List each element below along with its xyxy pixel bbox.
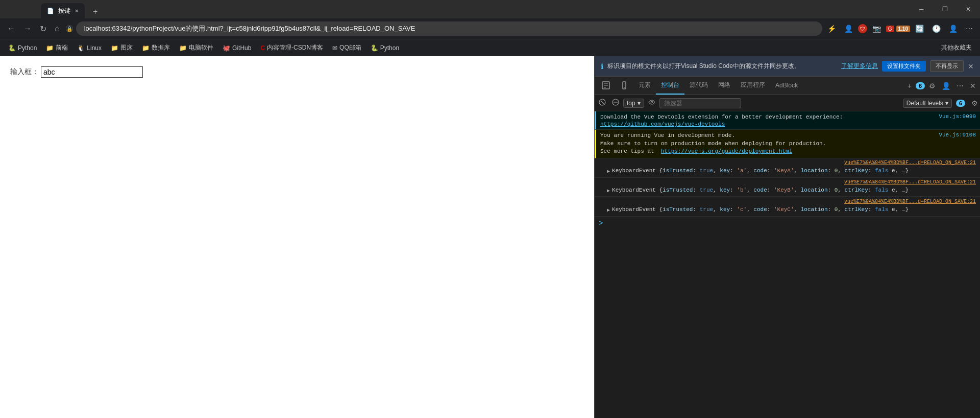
back-btn[interactable]: ←	[4, 22, 18, 35]
info-banner-text: 标识项目的根文件夹以打开Visual Studio Code中的源文件并同步更改…	[607, 62, 837, 71]
input-label: 输入框：	[10, 67, 39, 77]
page-content: 输入框：	[0, 56, 594, 418]
extension-badge[interactable]: 1.10	[896, 26, 910, 32]
devtools-tabs: 元素 控制台 源代码 网络 应用程序 AdBlock + 6 ⚙ 👤	[595, 77, 980, 95]
tab-elements[interactable]: 元素	[633, 77, 656, 95]
devtools-close-icon[interactable]: ✕	[968, 80, 978, 92]
history-icon[interactable]: 🕐	[929, 22, 944, 35]
context-selector[interactable]: top ▾	[623, 99, 644, 108]
bookmark-qq[interactable]: ✉ QQ邮箱	[328, 42, 365, 53]
profile-icon[interactable]: 👤	[841, 22, 856, 35]
new-tab-btn[interactable]: +	[89, 5, 102, 18]
bookmark-linux-label: Linux	[87, 44, 102, 52]
vue-devtools-link[interactable]: https://github.com/vuejs/vue-devtools	[600, 121, 725, 127]
event-c-expand[interactable]: ▶	[607, 207, 610, 213]
msg-source-1[interactable]: Vue.js:9099	[939, 113, 976, 120]
linux-icon: 🐧	[77, 44, 85, 52]
refresh-btn[interactable]: ↻	[37, 22, 50, 36]
deployment-link[interactable]: https://vuejs.org/guide/deployment.html	[661, 148, 792, 154]
bookmark-python2[interactable]: 🐍 Python	[366, 43, 403, 53]
tab-elements-label: 元素	[639, 81, 651, 89]
event-a-source[interactable]: vue%E7%9A%84%E4%BD%BF...d=RELOAD_ON_SAVE…	[844, 160, 976, 166]
tab-adblock[interactable]: AdBlock	[770, 77, 803, 95]
python2-icon: 🐍	[371, 44, 378, 52]
bookmark-db-label: 数据库	[152, 43, 170, 52]
event-c-source[interactable]: vue%E7%9A%84%E4%BD%BF...d=RELOAD_ON_SAVE…	[844, 199, 976, 204]
bookmark-python1-label: Python	[18, 44, 37, 52]
nav-right-icons: ⚡ 👤 🛡 📷 G 1.10 🔄 🕐 👤 ⋯	[824, 22, 976, 35]
add-tab-btn[interactable]: +	[905, 80, 914, 92]
tab-application-label: 应用程序	[741, 81, 765, 89]
tab-bar: 📄 按键 ✕ +	[41, 0, 910, 18]
keyboard-event-c: vue%E7%9A%84%E4%BD%BF...d=RELOAD_ON_SAVE…	[595, 197, 980, 217]
bookmarks-bar: 🐍 Python 📁 前端 🐧 Linux 📁 图床 📁 数据库 📁 电脑软件 …	[0, 39, 980, 56]
tab-application[interactable]: 应用程序	[736, 77, 770, 95]
bookmark-python1[interactable]: 🐍 Python	[4, 43, 41, 53]
prompt-arrow-icon: >	[599, 219, 603, 227]
tab-close-btn[interactable]: ✕	[75, 8, 79, 14]
no-show-btn[interactable]: 不再显示	[930, 60, 964, 72]
console-settings-icon[interactable]: ⚙	[971, 99, 978, 107]
event-c-row: ▶ KeyboardEvent {isTrusted: true, key: '…	[595, 206, 980, 216]
bookmark-linux[interactable]: 🐧 Linux	[73, 43, 106, 53]
title-bar: 📄 按键 ✕ + ─ ❐ ✕	[0, 0, 980, 18]
event-b-source[interactable]: vue%E7%9A%84%E4%BD%BF...d=RELOAD_ON_SAVE…	[844, 179, 976, 185]
tab-network[interactable]: 网络	[713, 77, 736, 95]
url-bar[interactable]	[76, 21, 822, 36]
tab-inspect[interactable]	[597, 77, 615, 95]
tab-console[interactable]: 控制台	[656, 77, 684, 95]
minimize-btn[interactable]: ─	[910, 0, 933, 18]
user-avatar[interactable]: 👤	[946, 22, 961, 35]
bookmark-imgbed[interactable]: 📁 图床	[107, 42, 137, 53]
event-a-expand[interactable]: ▶	[607, 168, 610, 174]
bookmark-db[interactable]: 📁 数据库	[138, 42, 174, 53]
devtools-more-icon[interactable]: ⋯	[954, 80, 966, 92]
devtools-user-icon[interactable]: 👤	[940, 80, 952, 92]
extensions-icon[interactable]: ⚡	[824, 22, 839, 35]
screenshot-icon[interactable]: 📷	[869, 22, 884, 35]
devtools-tab-icons: + 6 ⚙ 👤 ⋯ ✕	[905, 80, 978, 92]
close-btn[interactable]: ✕	[957, 0, 980, 18]
bookmark-csdn-label: 内容管理-CSDN博客	[267, 43, 323, 52]
active-tab[interactable]: 📄 按键 ✕	[41, 3, 85, 18]
info-banner-link[interactable]: 了解更多信息	[841, 62, 878, 71]
devtools-panel: ℹ 标识项目的根文件夹以打开Visual Studio Code中的源文件并同步…	[594, 56, 980, 418]
main-input[interactable]	[41, 66, 143, 78]
forward-btn[interactable]: →	[20, 22, 35, 35]
tab-sources[interactable]: 源代码	[684, 77, 713, 95]
info-close-btn[interactable]: ✕	[968, 62, 974, 71]
msg-source-2[interactable]: Vue.js:9108	[939, 132, 976, 138]
bookmark-csdn[interactable]: C 内容管理-CSDN博客	[256, 42, 327, 53]
adblock-icon[interactable]: 🛡	[858, 24, 867, 33]
home-btn[interactable]: ⌂	[52, 22, 63, 35]
github-icon: 🐙	[223, 44, 230, 52]
nav-bar: ← → ↻ ⌂ 🔒 ⚡ 👤 🛡 📷 G 1.10 🔄 🕐 👤 ⋯	[0, 18, 980, 39]
filter-input[interactable]	[659, 98, 741, 108]
event-b-body: KeyboardEvent {isTrusted: true, key: 'b'…	[612, 187, 976, 194]
event-b-expand[interactable]: ▶	[607, 188, 610, 194]
no-filter-btn[interactable]	[610, 98, 621, 108]
sync-icon[interactable]: 🔄	[912, 22, 927, 35]
clear-console-btn[interactable]	[597, 98, 608, 108]
console-input[interactable]	[605, 220, 976, 226]
inspect-icon	[602, 81, 610, 89]
devtools-settings-icon[interactable]: ⚙	[927, 80, 938, 92]
grammarly-icon[interactable]: G	[886, 26, 894, 32]
bookmark-frontend[interactable]: 📁 前端	[42, 42, 72, 53]
console-toolbar: top ▾ Default levels ▾ 6 ⚙	[595, 95, 980, 111]
settings-icon[interactable]: ⋯	[963, 22, 976, 35]
eye-btn[interactable]	[646, 98, 657, 108]
levels-label: Default levels	[906, 100, 943, 107]
bookmarks-more[interactable]: 其他收藏夹	[937, 42, 976, 53]
event-b-row: ▶ KeyboardEvent {isTrusted: true, key: '…	[595, 187, 980, 197]
bookmark-github[interactable]: 🐙 GitHub	[218, 43, 255, 53]
bookmark-software-label: 电脑软件	[189, 43, 213, 52]
restore-btn[interactable]: ❐	[933, 0, 957, 18]
bookmark-software[interactable]: 📁 电脑软件	[175, 42, 217, 53]
svg-line-4	[601, 101, 604, 104]
tab-device[interactable]	[615, 77, 633, 95]
levels-selector[interactable]: Default levels ▾	[903, 99, 952, 108]
event-a-body: KeyboardEvent {isTrusted: true, key: 'a'…	[612, 167, 976, 175]
level-badge: 6	[956, 100, 965, 107]
set-root-btn[interactable]: 设置根文件夹	[882, 61, 926, 72]
